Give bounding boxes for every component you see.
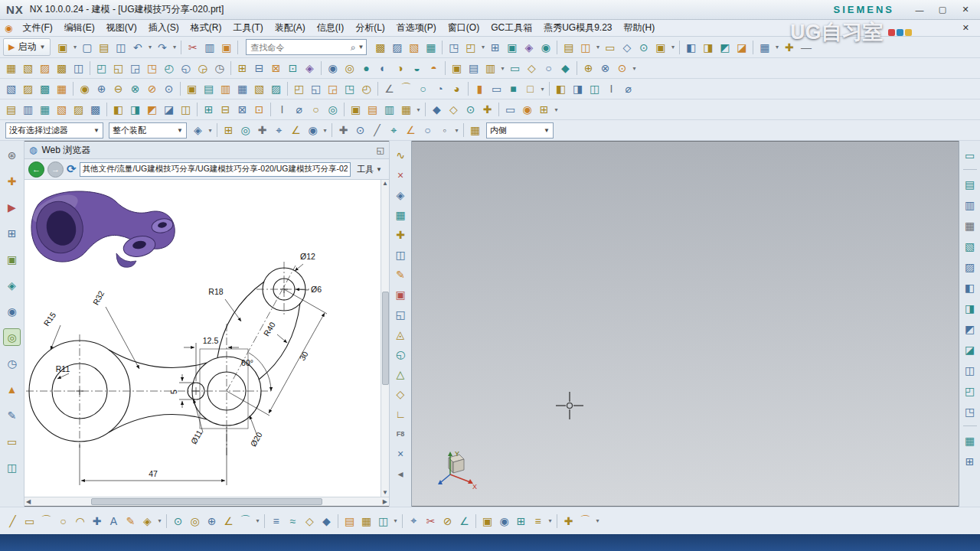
toolbar-icon[interactable]: ◳ <box>144 60 160 77</box>
toolbar-icon[interactable]: ⊕ <box>204 513 220 529</box>
toolbar-icon[interactable]: ✚ <box>479 102 495 118</box>
toolbar-icon[interactable]: ✚ <box>393 227 409 243</box>
toolbar-icon[interactable]: ◈ <box>139 513 155 529</box>
toolbar-icon[interactable]: ▧ <box>251 81 267 97</box>
toolbar-icon[interactable]: ▤ <box>364 102 381 118</box>
toolbar-icon[interactable]: ◆ <box>318 513 335 529</box>
toolbar-icon[interactable]: ▭ <box>4 433 20 449</box>
toolbar-icon[interactable]: ● <box>358 60 374 77</box>
toolbar-icon[interactable]: ◷ <box>4 355 20 371</box>
address-input[interactable] <box>80 162 351 177</box>
toolbar-icon[interactable]: ⊘ <box>144 81 160 97</box>
toolbar-icon[interactable]: ▦ <box>358 513 374 529</box>
toolbar-icon[interactable]: ▧ <box>3 81 19 97</box>
toolbar-icon[interactable]: ⌒ <box>237 513 253 529</box>
toolbar-icon[interactable]: ○ <box>308 102 324 118</box>
toolbar-icon[interactable]: ◐ <box>375 60 391 77</box>
toolbar-icon[interactable]: ▤ <box>3 102 19 118</box>
toolbar-icon[interactable]: ✎ <box>393 266 409 282</box>
menu-item[interactable]: 格式(R) <box>185 20 227 36</box>
toolbar-icon[interactable]: ⊞ <box>201 102 217 118</box>
toolbar-icon[interactable]: ◨ <box>127 102 143 118</box>
toolbar-icon[interactable]: ▤ <box>962 176 978 192</box>
toolbar-icon[interactable]: ○ <box>55 513 71 529</box>
toolbar-icon[interactable]: ▦ <box>37 102 53 118</box>
scroll-right-icon[interactable]: ▶ <box>383 499 387 505</box>
toolbar-icon[interactable]: ↶ <box>129 39 145 55</box>
toolbar-icon[interactable]: ⌒ <box>38 513 54 529</box>
toolbar-icon[interactable]: ⊗ <box>127 81 143 97</box>
toolbar-icon[interactable]: ◫ <box>4 459 20 475</box>
toolbar-icon[interactable]: ⊞ <box>487 39 503 55</box>
toolbar-icon[interactable]: ▭ <box>507 60 523 77</box>
menu-item[interactable]: 插入(S) <box>143 20 185 36</box>
toolbar-icon[interactable]: ⊞ <box>513 513 529 529</box>
toolbar-icon[interactable]: ▨ <box>389 39 405 55</box>
toolbar-icon[interactable]: — <box>798 39 814 55</box>
toolbar-icon[interactable]: ▤ <box>466 60 482 77</box>
toolbar-icon[interactable]: ▢ <box>79 39 95 55</box>
toolbar-icon[interactable]: ○ <box>541 60 557 77</box>
toolbar-icon[interactable]: ╱ <box>369 122 385 139</box>
toolbar-icon[interactable]: ▦ <box>423 39 439 55</box>
toolbar-icon[interactable]: △ <box>393 366 409 382</box>
toolbar-icon[interactable]: ◲ <box>325 81 341 97</box>
toolbar-icon[interactable]: ⌒ <box>577 513 593 529</box>
toolbar-icon[interactable]: ◫ <box>393 246 409 262</box>
dropdown-arrow-icon[interactable]: ▾ <box>594 513 601 529</box>
toolbar-icon[interactable]: ◎ <box>341 60 358 77</box>
toolbar-icon[interactable]: ▣ <box>479 513 495 529</box>
toolbar-icon[interactable]: ▧ <box>962 238 978 254</box>
menu-item[interactable]: 装配(A) <box>270 20 311 36</box>
toolbar-icon[interactable]: ▣ <box>54 39 70 55</box>
dropdown-arrow-icon[interactable]: ▾ <box>392 513 399 529</box>
toolbar-icon[interactable]: ⌒ <box>398 81 414 97</box>
toolbar-icon[interactable]: ◫ <box>178 102 194 118</box>
back-button[interactable]: ← <box>28 161 44 178</box>
toolbar-icon[interactable]: ▦ <box>3 60 19 77</box>
toolbar-icon[interactable]: ▥ <box>201 39 217 55</box>
toolbar-icon[interactable]: ◳ <box>962 403 978 419</box>
menu-item[interactable]: 窗口(O) <box>443 20 485 36</box>
toolbar-icon[interactable]: ▦ <box>234 81 250 97</box>
toolbar-icon[interactable]: ≡ <box>530 513 546 529</box>
toolbar-icon[interactable]: × <box>393 445 409 461</box>
dropdown-arrow-icon[interactable]: ▾ <box>171 39 178 55</box>
toolbar-icon[interactable]: ⊞ <box>536 102 552 118</box>
search-icon[interactable]: ⌕ <box>351 42 356 53</box>
toolbar-icon[interactable]: ◇ <box>302 513 318 529</box>
dropdown-arrow-icon[interactable]: ▾ <box>156 513 163 529</box>
toolbar-icon[interactable]: ∠ <box>456 513 472 529</box>
menu-item[interactable]: GC工具箱 <box>485 20 537 36</box>
toolbar-icon[interactable]: × <box>393 167 409 183</box>
toolbar-icon[interactable]: ◨ <box>570 81 586 97</box>
undock-panel-icon[interactable]: ◱ <box>377 145 384 155</box>
toolbar-icon[interactable]: ◠ <box>72 513 88 529</box>
toolbar-icon[interactable]: ▦ <box>393 207 409 223</box>
toolbar-icon[interactable]: ◦ <box>436 122 452 139</box>
toolbar-icon[interactable]: ▭ <box>502 102 518 118</box>
start-button[interactable]: ▶ 启动 ▼ <box>3 38 51 56</box>
toolbar-icon[interactable]: ◨ <box>700 39 716 55</box>
toolbar-icon[interactable]: ⊞ <box>4 225 20 241</box>
dropdown-arrow-icon[interactable]: ▾ <box>146 39 153 55</box>
toolbar-icon[interactable]: ✚ <box>781 39 797 55</box>
toolbar-icon[interactable]: ◰ <box>962 383 978 399</box>
toolbar-icon[interactable]: ✚ <box>254 122 270 139</box>
toolbar-icon[interactable]: ⌖ <box>271 122 287 139</box>
menu-item[interactable]: 帮助(H) <box>619 20 661 36</box>
vertical-scrollbar[interactable]: ▲ ▼ <box>381 180 389 497</box>
toolbar-icon[interactable]: ◉ <box>325 60 341 77</box>
toolbar-icon[interactable]: ▣ <box>652 39 668 55</box>
toolbar-icon[interactable]: □ <box>522 81 538 97</box>
dropdown-arrow-icon[interactable]: ▾ <box>71 39 78 55</box>
toolbar-icon[interactable]: ⊖ <box>110 81 126 97</box>
toolbar-icon[interactable]: ⊗ <box>597 60 613 77</box>
toolbar-icon[interactable]: ◇ <box>446 102 462 118</box>
dropdown-arrow-icon[interactable]: ▾ <box>547 513 554 529</box>
toolbar-icon[interactable]: ◎ <box>187 513 203 529</box>
toolbar-icon[interactable]: ▧ <box>406 39 422 55</box>
toolbar-icon[interactable]: ▤ <box>560 39 577 55</box>
toolbar-icon[interactable]: ▦ <box>962 432 978 448</box>
toolbar-icon[interactable]: ◱ <box>393 306 409 322</box>
